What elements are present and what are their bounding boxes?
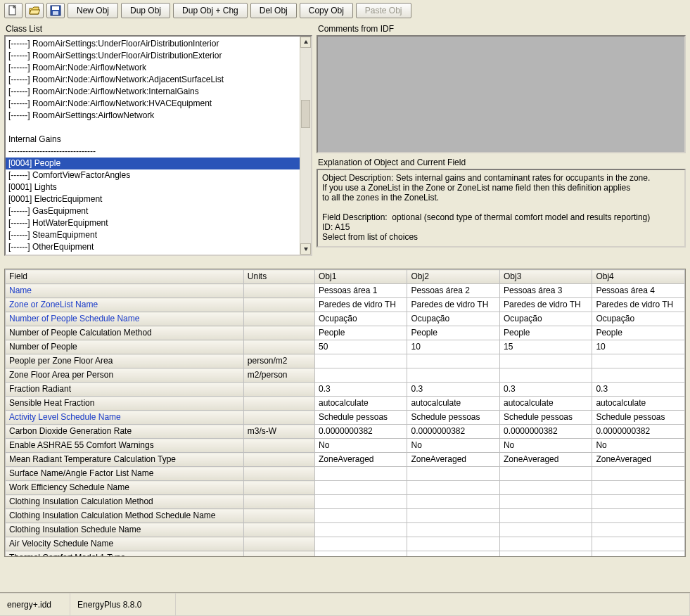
cell[interactable]: Pessoas área 4 [592,284,685,298]
field-name[interactable]: Mean Radiant Temperature Calculation Typ… [6,453,244,467]
cell[interactable] [407,354,499,368]
cell[interactable]: Pessoas área 1 [314,284,407,298]
cell[interactable] [592,354,685,368]
cell[interactable]: Ocupação [314,312,407,326]
cell[interactable]: No [407,439,499,453]
cell[interactable]: Ocupação [407,312,499,326]
cell[interactable]: ZoneAveraged [314,453,407,467]
cell[interactable]: Paredes de vidro TH [407,298,499,312]
cell[interactable]: 0.0000000382 [592,425,685,439]
cell[interactable] [314,495,407,509]
class-list-item[interactable]: [0001] Lights [6,181,300,193]
dup-obj-chg-button[interactable]: Dup Obj + Chg [173,3,248,18]
class-list-item[interactable]: [------] RoomAirSettings:UnderFloorAirDi… [6,50,300,62]
cell[interactable]: ZoneAveraged [407,453,499,467]
cell[interactable] [499,354,592,368]
cell[interactable] [592,481,685,495]
cell[interactable] [407,368,499,383]
field-name[interactable]: Clothing Insulation Schedule Name [6,523,244,537]
cell[interactable] [499,509,592,523]
class-list-item[interactable] [6,122,300,134]
col-units[interactable]: Units [243,270,314,284]
field-name[interactable]: Number of People Schedule Name [6,312,244,326]
class-list-item[interactable]: [------] RoomAir:Node:AirflowNetwork:HVA… [6,98,300,110]
cell[interactable] [407,509,499,523]
scroll-up-icon[interactable] [300,37,311,48]
col-obj1[interactable]: Obj1 [314,270,407,284]
cell[interactable] [499,467,592,481]
cell[interactable] [499,551,592,558]
cell[interactable] [407,523,499,537]
cell[interactable]: autocalculate [407,397,499,411]
field-name[interactable]: Clothing Insulation Calculation Method S… [6,509,244,523]
comments-box[interactable] [317,35,686,153]
cell[interactable] [499,537,592,551]
cell[interactable] [314,467,407,481]
field-name[interactable]: Fraction Radiant [6,383,244,397]
field-name[interactable]: Zone or ZoneList Name [6,298,244,312]
cell[interactable] [499,481,592,495]
class-list-item[interactable]: [------] RoomAir:Node:AirflowNetwork:Adj… [6,74,300,86]
cell[interactable]: Schedule pessoas [407,411,499,425]
field-name[interactable]: Number of People [6,340,244,354]
field-name[interactable]: Sensible Heat Fraction [6,397,244,411]
scroll-down-icon[interactable] [300,243,311,255]
class-list-item[interactable]: [------] RoomAirSettings:UnderFloorAirDi… [6,38,300,50]
cell[interactable] [407,537,499,551]
cell[interactable] [592,509,685,523]
cell[interactable]: Schedule pessoas [314,411,407,425]
cell[interactable] [592,368,685,383]
cell[interactable]: People [499,326,592,340]
new-obj-button[interactable]: New Obj [68,3,118,18]
col-obj3[interactable]: Obj3 [499,270,592,284]
field-name[interactable]: People per Zone Floor Area [6,354,244,368]
cell[interactable]: 0.0000000382 [499,425,592,439]
field-name[interactable]: Zone Floor Area per Person [6,368,244,383]
cell[interactable] [592,467,685,481]
cell[interactable]: autocalculate [314,397,407,411]
cell[interactable] [407,467,499,481]
scroll-thumb[interactable] [301,100,310,128]
del-obj-button[interactable]: Del Obj [250,3,297,18]
cell[interactable]: autocalculate [499,397,592,411]
cell[interactable] [314,551,407,558]
cell[interactable]: 0.0000000382 [314,425,407,439]
new-file-icon[interactable] [4,3,23,18]
cell[interactable] [592,551,685,558]
dup-obj-button[interactable]: Dup Obj [121,3,170,18]
cell[interactable] [407,481,499,495]
cell[interactable]: People [592,326,685,340]
class-list-item[interactable]: [------] RoomAirSettings:AirflowNetwork [6,110,300,122]
cell[interactable]: 10 [592,340,685,354]
cell[interactable]: Pessoas área 2 [407,284,499,298]
open-file-icon[interactable] [25,3,44,18]
cell[interactable]: Ocupação [592,312,685,326]
cell[interactable] [407,551,499,558]
cell[interactable]: 15 [499,340,592,354]
cell[interactable]: No [592,439,685,453]
class-list-item[interactable]: [------] HotWaterEquipment [6,217,300,229]
field-name[interactable]: Air Velocity Schedule Name [6,537,244,551]
field-name[interactable]: Work Efficiency Schedule Name [6,481,244,495]
copy-obj-button[interactable]: Copy Obj [300,3,353,18]
field-name[interactable]: Clothing Insulation Calculation Method [6,495,244,509]
cell[interactable]: 50 [314,340,407,354]
cell[interactable]: No [499,439,592,453]
col-obj4[interactable]: Obj4 [592,270,685,284]
field-name[interactable]: Thermal Comfort Model 1 Type [6,551,244,558]
cell[interactable] [314,368,407,383]
class-list-item[interactable]: ------------------------------- [6,146,300,158]
cell[interactable] [499,495,592,509]
class-list-item[interactable]: [0001] ElectricEquipment [6,193,300,205]
cell[interactable] [592,495,685,509]
field-name[interactable]: Activity Level Schedule Name [6,411,244,425]
col-field[interactable]: Field [6,270,244,284]
class-list-item[interactable]: [------] ComfortViewFactorAngles [6,169,300,181]
class-list-item[interactable]: [------] OtherEquipment [6,241,300,253]
cell[interactable]: ZoneAveraged [592,453,685,467]
fields-grid[interactable]: Field Units Obj1 Obj2 Obj3 Obj4 NamePess… [4,269,686,557]
cell[interactable] [314,523,407,537]
cell[interactable] [592,537,685,551]
class-list-item[interactable]: [------] RoomAir:Node:AirflowNetwork [6,62,300,74]
cell[interactable] [314,481,407,495]
